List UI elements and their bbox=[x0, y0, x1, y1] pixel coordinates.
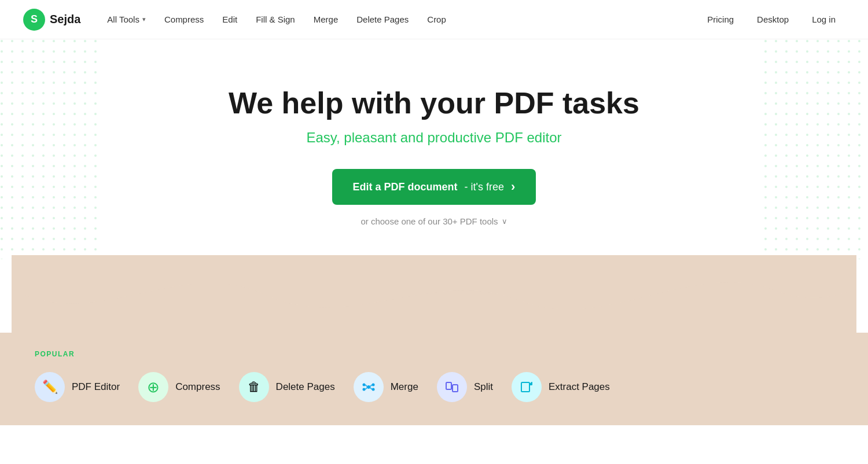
svg-point-4 bbox=[367, 385, 370, 389]
nav-pricing[interactable]: Pricing bbox=[698, 10, 743, 29]
tool-merge[interactable]: Merge bbox=[354, 372, 418, 402]
nav-merge[interactable]: Merge bbox=[306, 10, 347, 29]
split-icon bbox=[437, 372, 467, 402]
logo-name: Sejda bbox=[50, 13, 80, 26]
nav-edit[interactable]: Edit bbox=[214, 10, 245, 29]
nav-delete-pages[interactable]: Delete Pages bbox=[348, 10, 417, 29]
svg-point-8 bbox=[372, 388, 374, 391]
svg-line-10 bbox=[370, 385, 372, 386]
nav-desktop[interactable]: Desktop bbox=[748, 10, 798, 29]
or-choose-text: or choose one of our 30+ PDF tools ∨ bbox=[12, 216, 856, 226]
left-dot-pattern bbox=[0, 39, 104, 259]
navbar: S Sejda All Tools ▾ Compress Edit Fill &… bbox=[0, 0, 868, 39]
svg-rect-1 bbox=[0, 39, 104, 259]
chevron-down-icon: ∨ bbox=[502, 217, 507, 226]
popular-label: POPULAR bbox=[35, 350, 833, 358]
wave-divider bbox=[12, 255, 856, 333]
tool-split[interactable]: Split bbox=[437, 372, 493, 402]
tool-pdf-editor[interactable]: ✏️ PDF Editor bbox=[35, 372, 120, 402]
extract-pages-icon bbox=[512, 372, 542, 402]
popular-section: POPULAR ✏️ PDF Editor ⊕ Compress 🗑 Delet… bbox=[0, 333, 868, 425]
delete-pages-icon: 🗑 bbox=[239, 372, 269, 402]
cta-edit-button[interactable]: Edit a PDF document- it's free › bbox=[332, 169, 536, 205]
tools-row: ✏️ PDF Editor ⊕ Compress 🗑 Delete Pages … bbox=[35, 372, 833, 402]
tool-compress[interactable]: ⊕ Compress bbox=[138, 372, 220, 402]
svg-point-7 bbox=[362, 388, 365, 391]
tool-compress-label: Compress bbox=[175, 381, 220, 393]
merge-icon bbox=[354, 372, 384, 402]
tool-merge-label: Merge bbox=[391, 381, 418, 393]
nav-all-tools[interactable]: All Tools ▾ bbox=[99, 10, 154, 29]
svg-rect-15 bbox=[521, 382, 529, 392]
hero-title: We help with your PDF tasks bbox=[12, 86, 856, 120]
right-dot-pattern bbox=[764, 39, 868, 259]
nav-fill-sign[interactable]: Fill & Sign bbox=[248, 10, 303, 29]
hero-section: We help with your PDF tasks Easy, pleasa… bbox=[0, 39, 868, 333]
logo-icon: S bbox=[23, 9, 45, 31]
tool-extract-pages-label: Extract Pages bbox=[549, 381, 610, 393]
svg-point-6 bbox=[372, 384, 374, 386]
arrow-icon: › bbox=[511, 179, 515, 194]
wave-svg bbox=[12, 255, 856, 333]
logo[interactable]: S Sejda bbox=[23, 9, 80, 31]
pdf-editor-icon: ✏️ bbox=[35, 372, 65, 402]
svg-line-11 bbox=[365, 388, 367, 389]
svg-rect-13 bbox=[446, 382, 451, 389]
nav-right: Pricing Desktop Log in bbox=[698, 10, 845, 29]
svg-rect-3 bbox=[764, 39, 868, 259]
nav-compress[interactable]: Compress bbox=[156, 10, 212, 29]
hero-subtitle: Easy, pleasant and productive PDF editor bbox=[12, 130, 856, 146]
nav-crop[interactable]: Crop bbox=[419, 10, 454, 29]
svg-point-5 bbox=[362, 384, 365, 386]
compress-icon: ⊕ bbox=[138, 372, 168, 402]
chevron-down-icon: ▾ bbox=[142, 16, 146, 23]
tool-pdf-editor-label: PDF Editor bbox=[72, 381, 120, 393]
tool-split-label: Split bbox=[474, 381, 493, 393]
tool-extract-pages[interactable]: Extract Pages bbox=[512, 372, 610, 402]
tool-delete-pages[interactable]: 🗑 Delete Pages bbox=[239, 372, 335, 402]
svg-line-9 bbox=[365, 385, 367, 386]
svg-line-12 bbox=[370, 388, 372, 389]
tool-delete-pages-label: Delete Pages bbox=[276, 381, 335, 393]
nav-login[interactable]: Log in bbox=[803, 10, 845, 29]
svg-rect-14 bbox=[453, 385, 458, 392]
cta-sub-text: - it's free bbox=[465, 181, 504, 193]
nav-links: All Tools ▾ Compress Edit Fill & Sign Me… bbox=[99, 10, 698, 29]
